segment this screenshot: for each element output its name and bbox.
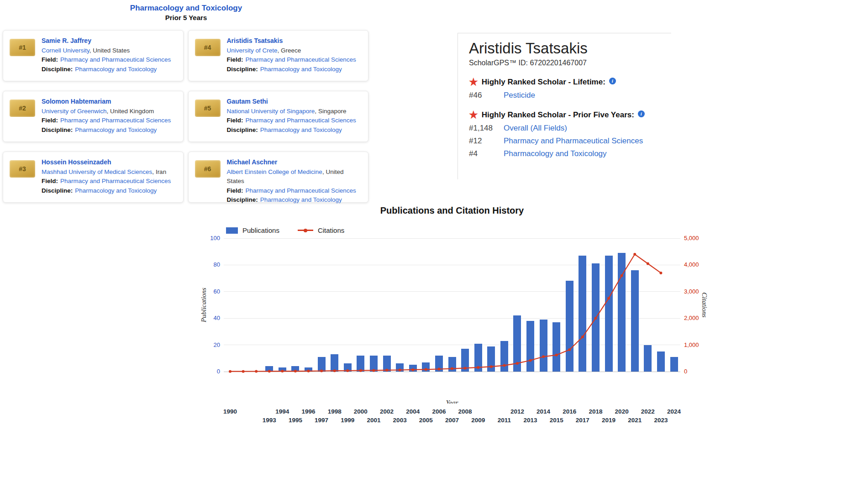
institution-country: United Kingdom <box>107 108 154 115</box>
info-icon[interactable]: i <box>638 110 645 117</box>
rank-badge: #1 <box>10 39 35 56</box>
x-tick-2014: 2014 <box>532 408 554 415</box>
rank-row: #4 Pharmacology and Toxicology <box>469 149 671 158</box>
rank-link[interactable]: Pesticide <box>504 91 535 100</box>
rank-link[interactable]: Pharmacy and Pharmaceutical Sciences <box>504 136 643 146</box>
publications-legend-label: Publications <box>242 226 279 234</box>
info-icon[interactable]: i <box>609 78 616 84</box>
scholar-field-row: Field:Pharmacy and Pharmaceutical Scienc… <box>42 55 171 65</box>
scholar-card-body: Michael Aschner Albert Einstein College … <box>227 157 362 205</box>
x-tick-2019: 2019 <box>598 417 620 424</box>
scholar-name-link[interactable]: Gautam Sethi <box>227 97 268 106</box>
discipline-link[interactable]: Pharmacology and Toxicology <box>260 126 342 133</box>
scholar-card: #2 Solomon Habtemariam University of Gre… <box>3 91 184 142</box>
scholar-affiliation: Albert Einstein College of MedicineUnite… <box>227 168 362 186</box>
institution-link[interactable]: University of Greenwich <box>42 108 107 115</box>
field-link[interactable]: Pharmacy and Pharmaceutical Sciences <box>60 56 171 63</box>
institution-link[interactable]: Mashhad University of Medical Sciences <box>42 168 152 175</box>
rank-link[interactable]: Overall (All Fields) <box>504 124 567 133</box>
x-tick-2002: 2002 <box>376 408 398 415</box>
ranking-section: Pharmacology and Toxicology Prior 5 Year… <box>0 0 372 21</box>
field-link[interactable]: Pharmacy and Pharmaceutical Sciences <box>60 178 171 184</box>
rank-badge: #3 <box>10 160 35 178</box>
x-tick-2008: 2008 <box>454 408 476 415</box>
discipline-label: Discipline: <box>42 126 73 133</box>
discipline-link[interactable]: Pharmacology and Toxicology <box>75 187 157 194</box>
scholargps-id: ScholarGPS™ ID: 67202201467007 <box>469 59 671 67</box>
scholar-name-link[interactable]: Hossein Hosseinzadeh <box>42 157 111 167</box>
discipline-link[interactable]: Pharmacology and Toxicology <box>75 66 157 73</box>
rank-row: #1,148 Overall (All Fields) <box>469 124 671 133</box>
scholar-card: #5 Gautam Sethi National University of S… <box>188 91 369 142</box>
discipline-label: Discipline: <box>227 196 258 203</box>
y-tick-right: 3,000 <box>684 288 710 295</box>
prior5-rank-header: ★ Highly Ranked Scholar - Prior Five Yea… <box>469 110 671 120</box>
scholar-name-link[interactable]: Solomon Habtemariam <box>42 97 111 106</box>
y-tick-left: 100 <box>203 235 220 241</box>
chart-plot: 02040608010001,0002,0003,0004,0005,00019… <box>224 238 680 372</box>
y-axis-label-right: Citations <box>700 292 708 317</box>
rank-link[interactable]: Pharmacology and Toxicology <box>504 149 607 158</box>
field-link[interactable]: Pharmacy and Pharmaceutical Sciences <box>246 117 356 124</box>
scholar-field-row: Field:Pharmacy and Pharmaceutical Scienc… <box>42 116 171 126</box>
x-tick-2023: 2023 <box>650 417 672 424</box>
scholar-name-link[interactable]: Samie R. Jaffrey <box>42 36 91 46</box>
discipline-link[interactable]: Pharmacology and Toxicology <box>260 66 342 73</box>
scholar-field-row: Field:Pharmacy and Pharmaceutical Scienc… <box>42 177 171 186</box>
x-tick-1993: 1993 <box>258 417 280 424</box>
discipline-link[interactable]: Pharmacology and Toxicology <box>260 196 342 203</box>
x-tick-2009: 2009 <box>467 417 489 424</box>
rank-badge: #5 <box>195 100 221 117</box>
x-tick-2003: 2003 <box>389 417 411 424</box>
y-tick-right: 2,000 <box>684 315 710 321</box>
publications-legend-swatch-icon <box>226 227 238 234</box>
x-tick-2015: 2015 <box>546 417 568 424</box>
rank-row: #12 Pharmacy and Pharmaceutical Sciences <box>469 136 671 146</box>
citations-line <box>224 238 680 372</box>
scholar-discipline-row: Discipline:Pharmacology and Toxicology <box>227 195 362 205</box>
institution-country: Iran <box>152 168 166 175</box>
rank-badge-label: #6 <box>204 165 211 173</box>
field-link[interactable]: Pharmacy and Pharmaceutical Sciences <box>60 117 171 124</box>
citations-legend-marker-icon <box>298 230 313 231</box>
scholar-cards-grid: #1 Samie R. Jaffrey Cornell UniversityUn… <box>3 30 368 203</box>
x-tick-2006: 2006 <box>428 408 450 415</box>
institution-country: United States <box>89 47 130 54</box>
institution-country: Greece <box>278 47 301 54</box>
rank-badge: #6 <box>195 160 221 178</box>
scholar-name-link[interactable]: Michael Aschner <box>227 157 278 167</box>
field-label: Field: <box>42 117 58 124</box>
y-tick-right: 4,000 <box>684 261 710 268</box>
field-link[interactable]: Pharmacy and Pharmaceutical Sciences <box>246 187 356 194</box>
prior5-heading: Highly Ranked Scholar - Prior Five Years… <box>482 110 634 120</box>
chart-title: Publications and Citation History <box>192 205 712 216</box>
institution-link[interactable]: Albert Einstein College of Medicine <box>227 168 322 175</box>
x-tick-2004: 2004 <box>402 408 424 415</box>
scholar-card: #1 Samie R. Jaffrey Cornell UniversityUn… <box>3 30 184 81</box>
institution-link[interactable]: Cornell University <box>42 47 89 54</box>
institution-country: Singapore <box>315 108 346 115</box>
star-icon: ★ <box>469 110 478 120</box>
x-tick-1998: 1998 <box>324 408 346 415</box>
rank-badge-label: #2 <box>19 105 26 112</box>
x-tick-2024: 2024 <box>663 408 685 415</box>
x-tick-1999: 1999 <box>337 417 358 424</box>
institution-link[interactable]: National University of Singapore <box>227 108 315 115</box>
scholar-field-row: Field:Pharmacy and Pharmaceutical Scienc… <box>227 55 356 65</box>
rank-row: #46 Pesticide <box>469 91 671 100</box>
scholar-card-body: Samie R. Jaffrey Cornell UniversityUnite… <box>42 36 171 74</box>
rank-number: #12 <box>469 136 504 146</box>
scholar-discipline-row: Discipline:Pharmacology and Toxicology <box>227 65 356 74</box>
scholar-profile-panel: Aristidis Tsatsakis ScholarGPS™ ID: 6720… <box>458 33 671 179</box>
scholar-field-row: Field:Pharmacy and Pharmaceutical Scienc… <box>227 116 356 126</box>
field-link[interactable]: Pharmacy and Pharmaceutical Sciences <box>246 56 356 63</box>
institution-link[interactable]: University of Crete <box>227 47 278 54</box>
scholar-discipline-row: Discipline:Pharmacology and Toxicology <box>42 186 171 196</box>
x-tick-2011: 2011 <box>493 417 515 424</box>
ranking-subheading: Prior 5 Years <box>0 14 372 21</box>
scholar-name-link[interactable]: Aristidis Tsatsakis <box>227 36 283 46</box>
scholar-card-body: Aristidis Tsatsakis University of CreteG… <box>227 36 356 74</box>
discipline-link[interactable]: Pharmacology and Toxicology <box>75 126 157 133</box>
x-tick-2017: 2017 <box>572 417 594 424</box>
x-tick-2007: 2007 <box>441 417 463 424</box>
